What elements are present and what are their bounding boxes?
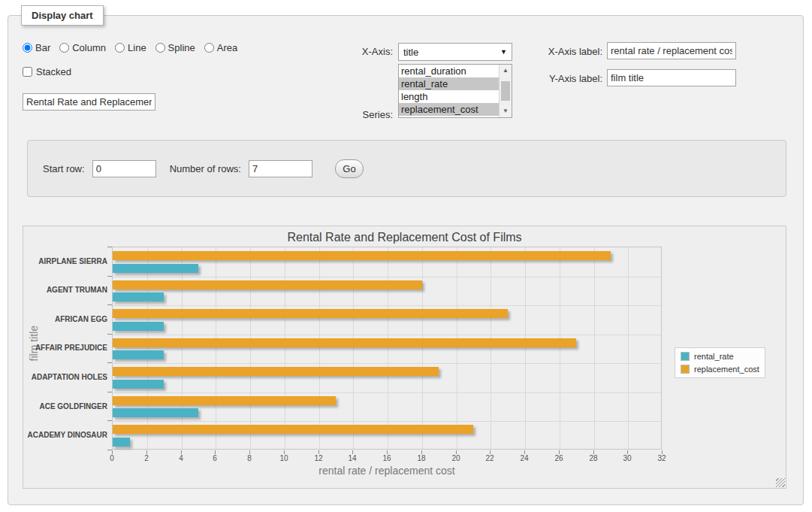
go-button[interactable]: Go [335, 159, 364, 178]
chart-type-option-bar[interactable]: Bar [23, 42, 50, 53]
y-axis-tick [107, 276, 112, 277]
category-label: AGENT TRUMAN [23, 276, 107, 305]
chart-type-option-area[interactable]: Area [204, 42, 237, 53]
bar-rental-rate [113, 322, 164, 331]
bar-replacement-cost [113, 309, 508, 318]
x-axis-tick-label: 32 [651, 454, 673, 462]
y-axis-tick [107, 392, 112, 392]
series-select-label: Series: [342, 109, 393, 120]
x-axis-select-label: X-Axis: [342, 46, 393, 57]
start-row-label: Start row: [43, 163, 85, 174]
start-row-input[interactable] [92, 160, 156, 177]
gridline-vertical [147, 247, 148, 449]
y-axis-tick [107, 247, 112, 247]
chart-title: Rental Rate and Replacement Cost of Film… [23, 231, 786, 244]
fieldset-legend: Display chart [21, 5, 104, 26]
series-scrollbar[interactable]: ▲ ▼ [499, 65, 512, 117]
x-axis-tick-label: 12 [307, 454, 330, 462]
bar-replacement-cost [113, 396, 336, 405]
bar-rental-rate [113, 292, 164, 301]
chart-type-radio-column[interactable] [59, 43, 69, 53]
chart-type-radio-label: Bar [35, 42, 50, 53]
y-axis-label-label: Y-Axis label: [535, 73, 602, 84]
x-axis-tick-label: 16 [376, 454, 398, 462]
x-axis-tick-label: 30 [616, 454, 638, 462]
gridline-vertical [628, 247, 629, 449]
gridline-vertical [353, 247, 354, 449]
gridline-vertical [457, 247, 457, 449]
gridline-vertical [388, 247, 388, 449]
chart-type-radio-bar[interactable] [23, 43, 32, 53]
bar-replacement-cost [113, 425, 473, 434]
category-label: ACE GOLDFINGER [23, 392, 107, 421]
chart-type-radio-label: Area [217, 42, 237, 53]
chart-type-radio-line[interactable] [115, 43, 125, 53]
scrollbar-down-icon[interactable]: ▼ [500, 105, 512, 117]
x-axis-select[interactable]: title ▼ [398, 43, 512, 61]
legend-label: replacement_cost [694, 365, 759, 374]
scrollbar-up-icon[interactable]: ▲ [500, 65, 512, 77]
stacked-checkbox-row: Stacked [23, 66, 71, 77]
x-axis-tick-label: 28 [582, 454, 605, 462]
legend-item-replacement_cost: replacement_cost [681, 365, 759, 374]
y-axis-tick [107, 362, 112, 363]
gridline-vertical [216, 247, 216, 449]
stacked-label: Stacked [36, 66, 71, 77]
page: Display chart BarColumnLineSplineArea St… [0, 0, 812, 512]
scrollbar-thumb[interactable] [501, 81, 510, 101]
series-multiselect[interactable]: rental_durationrental_ratelengthreplacem… [398, 64, 512, 118]
bar-replacement-cost [113, 367, 439, 376]
legend-swatch-icon [681, 365, 690, 374]
number-of-rows-input[interactable] [249, 160, 312, 177]
category-label: ADAPTATION HOLES [23, 362, 107, 392]
chart-type-option-line[interactable]: Line [115, 42, 146, 53]
legend-label: rental_rate [694, 352, 734, 361]
series-option-replacement_cost[interactable]: replacement_cost [399, 103, 499, 116]
row-range-controls: Start row: Number of rows: Go [43, 159, 364, 178]
gridline-vertical [182, 247, 183, 449]
gridline-horizontal [113, 335, 661, 335]
chart-x-axis-label: rental rate / replacement cost [112, 465, 662, 477]
x-axis-tick-label: 14 [341, 454, 364, 462]
gridline-horizontal [113, 277, 661, 277]
chart-type-radio-spline[interactable] [155, 43, 165, 53]
chart-type-radio-label: Spline [168, 42, 195, 53]
y-axis-tick [107, 420, 112, 421]
chart-type-radio-area[interactable] [204, 43, 214, 53]
gridline-horizontal [113, 305, 661, 306]
gridline-horizontal [113, 363, 661, 364]
x-axis-tick-label: 26 [548, 454, 570, 462]
y-axis-label-input[interactable] [607, 69, 736, 86]
series-option-rental_duration[interactable]: rental_duration [399, 65, 499, 77]
x-axis-tick-label: 20 [445, 454, 467, 462]
x-axis-tick-label: 0 [101, 454, 123, 462]
chart-title-input[interactable] [23, 93, 155, 111]
y-axis-tick [107, 450, 112, 450]
resize-handle-icon[interactable] [776, 478, 785, 487]
stacked-checkbox[interactable] [23, 67, 32, 77]
gridline-horizontal [113, 421, 661, 422]
y-axis-tick [107, 304, 112, 305]
x-axis-label-input[interactable] [607, 42, 736, 59]
bar-rental-rate [113, 264, 198, 273]
y-axis-tick [107, 334, 112, 335]
x-axis-tick-label: 4 [170, 454, 192, 462]
chart-container: Rental Rate and Replacement Cost of Film… [23, 226, 786, 489]
bar-rental-rate [113, 350, 164, 359]
bar-replacement-cost [113, 251, 611, 260]
row-range-panel: Start row: Number of rows: Go [27, 140, 786, 197]
gridline-vertical [422, 247, 423, 449]
number-of-rows-label: Number of rows: [170, 163, 241, 174]
category-label: ACADEMY DINOSAUR [23, 420, 107, 450]
category-label: AIRPLANE SIERRA [23, 247, 107, 276]
chart-type-option-spline[interactable]: Spline [155, 42, 195, 53]
series-option-length[interactable]: length [399, 90, 499, 103]
chart-type-option-column[interactable]: Column [59, 42, 106, 53]
chart-type-radio-group: BarColumnLineSplineArea [23, 42, 242, 53]
series-option-rental_rate[interactable]: rental_rate [399, 77, 499, 90]
chart-plot-area [112, 247, 662, 450]
gridline-vertical [525, 247, 526, 449]
x-axis-tick-label: 6 [204, 454, 226, 462]
gridline-horizontal [113, 392, 661, 393]
gridline-vertical [319, 247, 320, 449]
